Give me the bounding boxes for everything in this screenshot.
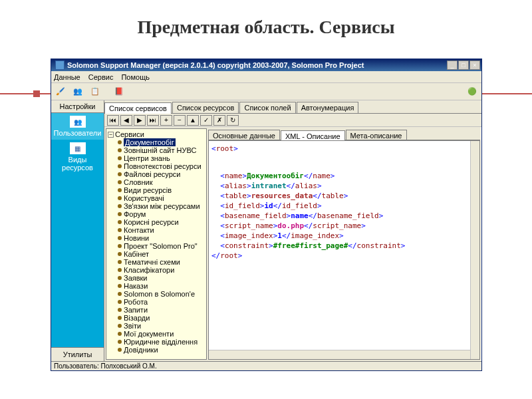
tree-item-label: Візарди <box>124 314 150 322</box>
xml-line: <basename_field>name</basename_field> <box>211 211 477 221</box>
minimize-button[interactable]: _ <box>447 61 458 70</box>
maximize-button[interactable]: □ <box>458 61 469 70</box>
nav-commit-button[interactable]: ✓ <box>200 115 212 126</box>
menu-data[interactable]: Данные <box>54 73 80 81</box>
tree-item-label: Тематичні схеми <box>124 258 180 266</box>
bullet-icon <box>118 348 122 352</box>
subtab-0[interactable]: Основные данные <box>208 130 280 140</box>
tree-item[interactable]: Накази <box>113 282 205 290</box>
tree-item-label: Накази <box>124 282 148 290</box>
sidebar-item-resource-types[interactable]: ▦ Виды ресурсов <box>51 140 104 174</box>
tree-item[interactable]: Solomon в Solomon'е <box>113 290 205 298</box>
sidebar-item-users[interactable]: 👥 Пользователи <box>51 113 104 140</box>
tree-item[interactable]: Види ресурсів <box>113 186 205 194</box>
nav-add-button[interactable]: + <box>160 115 172 126</box>
bullet-icon <box>118 252 122 256</box>
bullet-icon <box>118 268 122 272</box>
bullet-icon <box>118 316 122 320</box>
tree-item[interactable]: Документообіг <box>113 138 205 146</box>
scrollbar-horizontal[interactable] <box>209 350 470 359</box>
bullet-icon <box>118 196 122 200</box>
bullet-icon <box>118 292 122 296</box>
nav-delete-button[interactable]: − <box>174 115 186 126</box>
tree-item[interactable]: Класифікатори <box>113 266 205 274</box>
tree-item-label: Solomon в Solomon'е <box>124 290 195 298</box>
bullet-icon <box>118 300 122 304</box>
detail-pane: Основные данныеXML - ОписаниеМета-описан… <box>208 128 480 360</box>
sidebar-utilities[interactable]: Утилиты <box>51 347 104 361</box>
tree-item[interactable]: Новини <box>113 234 205 242</box>
tree-item[interactable]: Мої документи <box>113 330 205 338</box>
expand-icon[interactable]: − <box>108 132 114 138</box>
tab-список-полей[interactable]: Список полей <box>239 102 295 113</box>
slide-accent-square <box>33 90 40 97</box>
xml-view[interactable]: <root> <name>Документообіг</name> <alias… <box>208 140 480 360</box>
sidebar: Настройки 👥 Пользователи ▦ Виды ресурсов… <box>51 100 104 361</box>
tab-автонумерация[interactable]: Автонумерация <box>297 102 359 113</box>
tree-item[interactable]: Користувачі <box>113 194 205 202</box>
tree-item[interactable]: Проект "Solomon Pro" <box>113 242 205 250</box>
tree-item[interactable]: Словник <box>113 178 205 186</box>
sidebar-settings[interactable]: Настройки <box>51 100 104 113</box>
tree-item[interactable]: Корисні ресурси <box>113 218 205 226</box>
nav-edit-button[interactable]: ▲ <box>187 115 199 126</box>
menu-service[interactable]: Сервис <box>88 73 114 81</box>
tree-item[interactable]: Зв'язки між ресурсами <box>113 202 205 210</box>
tree-item[interactable]: Запити <box>113 306 205 314</box>
tree-item[interactable]: Файлові ресурси <box>113 170 205 178</box>
tree-item[interactable]: Зовнішній сайт НУВС <box>113 146 205 154</box>
nav-first-button[interactable]: ⏮ <box>107 115 119 126</box>
tab-список-сервисов[interactable]: Список сервисов <box>104 102 172 114</box>
tree-item-label: Документообіг <box>124 138 176 146</box>
xml-line: <name>Документообіг</name> <box>211 171 477 181</box>
nav-prev-button[interactable]: ◀ <box>120 115 132 126</box>
close-button[interactable]: × <box>469 61 480 70</box>
subtab-2[interactable]: Мета-описание <box>346 130 407 140</box>
tree-item[interactable]: Форум <box>113 210 205 218</box>
nav-next-button[interactable]: ▶ <box>134 115 146 126</box>
sidebar-item-label: Пользователи <box>54 129 102 137</box>
nav-refresh-button[interactable]: ↻ <box>227 115 239 126</box>
tool-users-icon[interactable]: 👥 <box>71 85 84 98</box>
tree-item-label: Звіти <box>124 322 141 330</box>
tree-item[interactable]: Юридичне відділення <box>113 338 205 346</box>
tree-root[interactable]: − Сервиси <box>108 130 205 138</box>
tool-exit-icon[interactable]: 📕 <box>112 85 126 98</box>
tree-item[interactable]: Повнотекстові ресурси <box>113 162 205 170</box>
xml-line: <constraint>#free#first_page#</constrain… <box>211 241 477 251</box>
bullet-icon <box>118 172 122 176</box>
tree-item[interactable]: Звіти <box>113 322 205 330</box>
tab-список-ресурсов[interactable]: Список ресурсов <box>172 102 239 113</box>
tree-item[interactable]: Робота <box>113 298 205 306</box>
tree-item[interactable]: Заявки <box>113 274 205 282</box>
tree-item-label: Кабінет <box>124 250 149 258</box>
tool-copy-icon[interactable]: 📋 <box>88 85 102 98</box>
service-tree[interactable]: − Сервиси ДокументообігЗовнішній сайт НУ… <box>106 128 207 360</box>
tree-item-label: Контакти <box>124 226 154 234</box>
tool-run-icon[interactable]: 🟢 <box>466 85 479 98</box>
tree-item[interactable]: Контакти <box>113 226 205 234</box>
bullet-icon <box>118 284 122 288</box>
tree-item[interactable]: Тематичні схеми <box>113 258 205 266</box>
tree-item-label: Мої документи <box>124 330 174 338</box>
xml-line: <root> <box>211 144 477 154</box>
bullet-icon <box>118 220 122 224</box>
tree-item[interactable]: Довідники <box>113 346 205 354</box>
tree-item-label: Довідники <box>124 346 158 354</box>
nav-cancel-button[interactable]: ✗ <box>213 115 225 126</box>
tree-item-label: Зв'язки між ресурсами <box>124 202 200 210</box>
bullet-icon <box>118 260 122 264</box>
tree-item[interactable]: Центри знань <box>113 154 205 162</box>
xml-line: <script_name>do.php</script_name> <box>211 221 477 231</box>
scrollbar-vertical[interactable] <box>470 141 479 359</box>
bullet-icon <box>118 236 122 240</box>
tree-item[interactable]: Візарди <box>113 314 205 322</box>
tree-item-label: Запити <box>124 306 148 314</box>
sidebar-item-label: Виды ресурсов <box>62 156 93 172</box>
nav-last-button[interactable]: ⏭ <box>147 115 159 126</box>
app-window: Solomon Support Manager (версія 2.0.1.4)… <box>51 59 482 371</box>
tree-item[interactable]: Кабінет <box>113 250 205 258</box>
tool-brush-icon[interactable]: 🖌️ <box>54 85 67 98</box>
menu-help[interactable]: Помощь <box>121 73 150 81</box>
subtab-1[interactable]: XML - Описание <box>281 130 345 140</box>
